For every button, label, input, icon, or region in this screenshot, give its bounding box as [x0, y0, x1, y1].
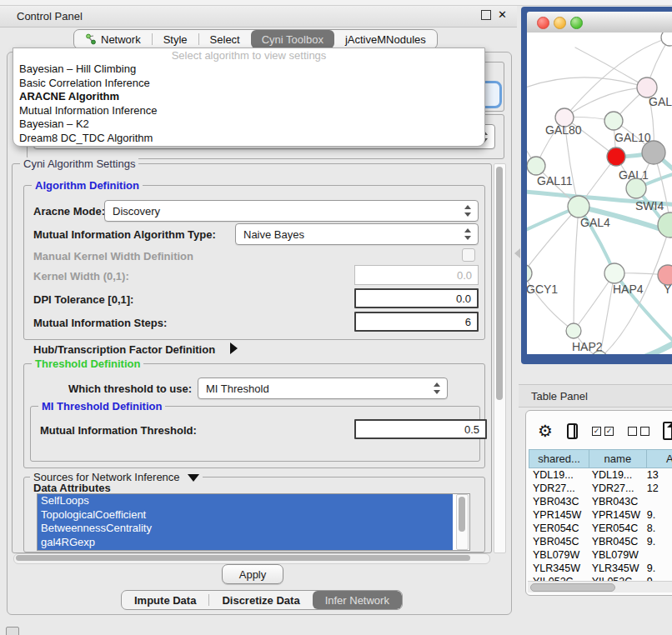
- aracne-mode-select[interactable]: Discovery: [104, 200, 479, 222]
- table-panel-title: Table Panel: [531, 390, 588, 402]
- node-gal11[interactable]: [527, 157, 545, 175]
- node-swi4[interactable]: [626, 178, 646, 198]
- close-panel-icon[interactable]: ✕: [498, 9, 507, 20]
- table-cell: YPR145W: [529, 509, 588, 521]
- table-row[interactable]: YPR145WYPR145W9.: [529, 508, 672, 522]
- network-edge[interactable]: [564, 88, 647, 118]
- table-cell: 9.: [644, 536, 672, 548]
- table-row[interactable]: YBR045CYBR045C9.: [529, 535, 672, 548]
- table-row[interactable]: YDL19...YDL19...13: [529, 468, 672, 482]
- zoom-traffic-light[interactable]: [570, 17, 583, 29]
- network-edge[interactable]: [574, 207, 579, 331]
- aracne-mode-label: Aracne Mode:: [33, 205, 105, 218]
- which-threshold-select[interactable]: MI Threshold: [198, 378, 448, 399]
- attribute-item[interactable]: BetweennessCentrality: [38, 522, 453, 536]
- settings-horizontal-scrollbar[interactable]: [13, 553, 490, 564]
- attributes-vscroll-thumb[interactable]: [459, 497, 465, 532]
- minimize-traffic-light[interactable]: [554, 17, 566, 29]
- table-row[interactable]: YDR27...YDR27...12: [529, 482, 672, 495]
- tab-infer-network[interactable]: Infer Network: [313, 591, 402, 609]
- apply-button[interactable]: Apply: [222, 564, 283, 584]
- attribute-item[interactable]: SelfLoops: [38, 494, 453, 508]
- gear-icon[interactable]: ⚙: [538, 422, 553, 439]
- aracne-mode-value: Discovery: [113, 205, 464, 218]
- network-edge[interactable]: [574, 273, 614, 331]
- tab-style[interactable]: Style: [153, 30, 198, 48]
- sources-collapse-arrow-icon[interactable]: [188, 474, 199, 482]
- network-edge[interactable]: [527, 78, 647, 91]
- tab-select[interactable]: Select: [199, 30, 251, 48]
- settings-hscroll-thumb[interactable]: [16, 555, 470, 561]
- table-cell: YBR045C: [588, 536, 644, 548]
- mi-threshold-label: Mutual Information Threshold:: [40, 424, 197, 437]
- network-window-titlebar[interactable]: [527, 12, 672, 33]
- network-edge[interactable]: [575, 48, 647, 88]
- attributes-vertical-scrollbar[interactable]: [456, 494, 469, 550]
- table-cell: YDR27...: [588, 482, 644, 494]
- table-panel: ⚙ ✓✓ shared...nameA YDL19...YDL19...13YD…: [525, 410, 672, 596]
- node-partial-top[interactable]: [661, 32, 672, 46]
- node-gal1[interactable]: [607, 148, 625, 166]
- table-row[interactable]: YLR345WYLR345W9.: [529, 562, 672, 575]
- algorithm-option[interactable]: Basic Correlation Inference: [13, 77, 484, 91]
- hub-expand-arrow-icon[interactable]: [230, 342, 238, 354]
- table-horizontal-scrollbar[interactable]: [528, 581, 672, 592]
- data-attributes-list[interactable]: SelfLoopsTopologicalCoefficientBetweenne…: [37, 493, 470, 551]
- algorithm-option[interactable]: Dream8 DC_TDC Algorithm: [13, 132, 484, 146]
- split-pane-collapse-icon[interactable]: [514, 248, 520, 258]
- node-gal10[interactable]: [604, 112, 623, 130]
- network-canvas[interactable]: GALGAL80GAL10GAL1GAL11SWI4GAL4GCY1HAP4YH…: [527, 32, 672, 354]
- network-edge-highlighted[interactable]: [617, 334, 672, 354]
- algorithm-option[interactable]: Mutual Information Inference: [13, 104, 484, 118]
- uncheck-all-icon[interactable]: [628, 427, 649, 436]
- mi-steps-label: Mutual Information Steps:: [33, 317, 167, 329]
- mi-type-select[interactable]: Naive Bayes: [235, 223, 479, 245]
- attribute-item[interactable]: gal4RGexp: [38, 536, 453, 550]
- tab-impute-data[interactable]: Impute Data: [122, 591, 208, 609]
- node-label: GAL11: [537, 174, 573, 188]
- table-row[interactable]: YBL079WYBL079W: [529, 548, 672, 562]
- algorithm-option[interactable]: ARACNE Algorithm: [13, 90, 484, 104]
- dpi-tolerance-input[interactable]: 0.0: [354, 288, 479, 308]
- collapsed-panel-icon[interactable]: [6, 627, 19, 635]
- node-gray[interactable]: [642, 141, 665, 164]
- node-label: SWI4: [635, 199, 664, 212]
- node-hap4[interactable]: [604, 263, 624, 283]
- table-row[interactable]: YBR043CYBR043C: [529, 495, 672, 508]
- settings-vscroll-thumb[interactable]: [496, 167, 503, 400]
- node-gcy1[interactable]: [527, 264, 532, 282]
- table-cell: 9.: [644, 562, 672, 574]
- table-row[interactable]: YIL052CYIL052C9.: [529, 575, 672, 581]
- manual-kernel-checkbox[interactable]: [462, 248, 475, 262]
- algorithm-option[interactable]: Bayesian – Hill Climbing: [13, 62, 484, 77]
- spinner-arrows-icon: [464, 228, 471, 240]
- node-label: GAL: [649, 95, 672, 108]
- settings-vertical-scrollbar[interactable]: [494, 163, 506, 553]
- mi-threshold-input[interactable]: 0.5: [354, 419, 487, 439]
- table-cell: YLR345W: [529, 562, 588, 574]
- table-row[interactable]: YER054CYER054C8.: [529, 522, 672, 535]
- tab-jactivemnodules[interactable]: jActiveMNodules: [334, 30, 437, 48]
- column-header[interactable]: shared...: [529, 449, 589, 468]
- node-hap2[interactable]: [566, 323, 581, 338]
- close-traffic-light[interactable]: [537, 17, 549, 29]
- tab-cyni-toolbox[interactable]: Cyni Toolbox: [251, 30, 334, 48]
- column-header[interactable]: A: [646, 449, 672, 468]
- table-hscroll-thumb[interactable]: [530, 583, 615, 592]
- column-header[interactable]: name: [589, 449, 646, 468]
- tab-discretize-data[interactable]: Discretize Data: [209, 591, 312, 609]
- float-panel-icon[interactable]: [481, 10, 491, 20]
- spinner-arrows-icon: [464, 205, 471, 217]
- control-panel-titlebar: Control Panel ✕: [0, 6, 517, 28]
- table-cell: YER054C: [588, 522, 644, 534]
- mi-steps-input[interactable]: 6: [354, 312, 479, 332]
- algorithm-option[interactable]: Bayesian – K2: [13, 118, 484, 132]
- attribute-item[interactable]: TopologicalCoefficient: [38, 508, 453, 522]
- split-columns-icon[interactable]: [567, 423, 578, 439]
- kernel-width-input[interactable]: 0.0: [354, 265, 479, 285]
- export-table-icon[interactable]: [663, 422, 672, 440]
- tab-network[interactable]: Network: [74, 30, 152, 48]
- node-gal4[interactable]: [568, 196, 589, 218]
- check-all-icon[interactable]: ✓✓: [592, 427, 614, 436]
- app-top-strip: [0, 0, 672, 6]
